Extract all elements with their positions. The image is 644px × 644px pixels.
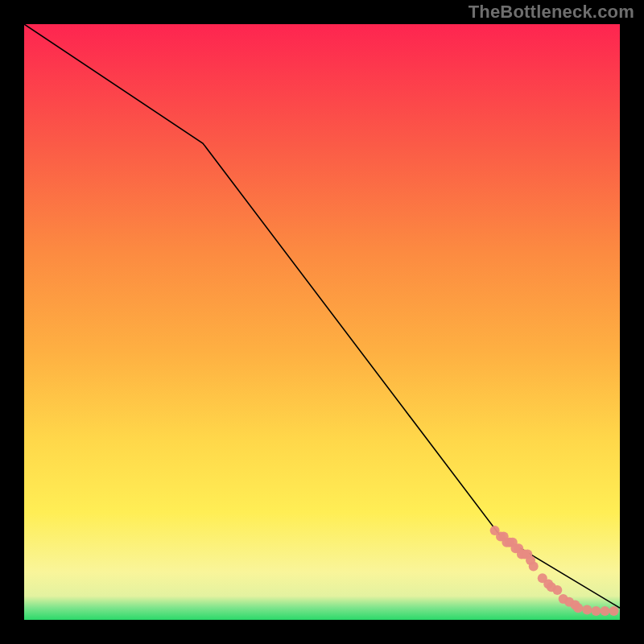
chart-stage: TheBottleneck.com bbox=[0, 0, 644, 644]
watermark-label: TheBottleneck.com bbox=[469, 2, 634, 23]
scatter-point bbox=[601, 606, 610, 616]
scatter-point bbox=[609, 606, 619, 616]
scatter-point bbox=[582, 605, 592, 614]
scatter-point bbox=[591, 606, 601, 616]
plot-background bbox=[24, 24, 620, 620]
scatter-point bbox=[529, 561, 539, 571]
chart-canvas bbox=[24, 24, 620, 620]
scatter-point bbox=[573, 603, 583, 613]
scatter-point bbox=[552, 585, 562, 595]
